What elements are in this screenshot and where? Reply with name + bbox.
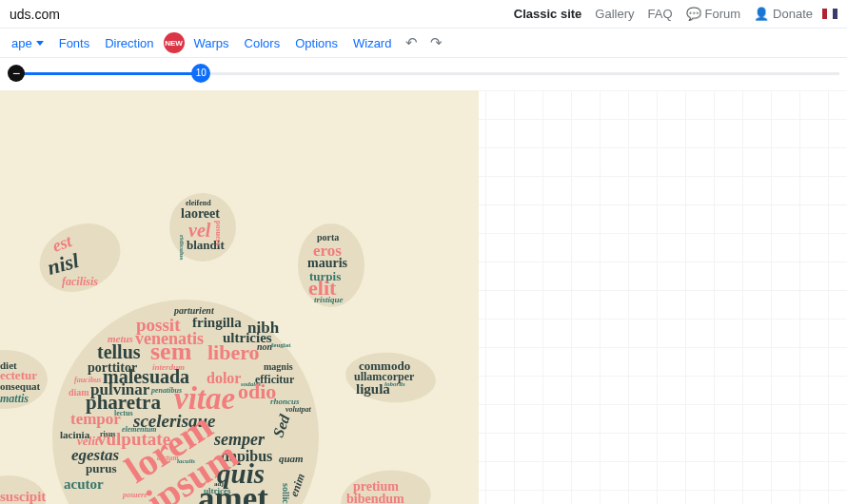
language-flag-icon[interactable] <box>822 9 837 19</box>
redo-icon: ↷ <box>430 34 443 51</box>
site-name: uds.com <box>10 7 60 22</box>
link-gallery[interactable]: Gallery <box>595 7 634 21</box>
wordcloud-word: amet <box>198 482 268 504</box>
menu-warps[interactable]: Warps <box>187 32 237 54</box>
wordcloud-word: fringilla <box>192 316 242 330</box>
slider-fill <box>21 72 201 75</box>
wordcloud-word: facilisis <box>62 276 98 287</box>
topbar: uds.com Classic site Gallery FAQ 💬Forum … <box>0 0 847 29</box>
redo-button[interactable]: ↷ <box>424 34 448 51</box>
blob-ray-1 <box>29 211 131 305</box>
wordcloud-word: magnis <box>264 362 293 372</box>
wordcloud-word: quam <box>279 454 304 464</box>
undo-icon: ↶ <box>405 34 418 51</box>
wordcloud-word: posuere <box>123 492 148 499</box>
wordcloud-background: eleifendlaoreetvelblanditposuereridiculu… <box>0 90 479 504</box>
wordcloud-word: libero <box>207 342 260 363</box>
wordcloud-word: acutor <box>64 477 104 492</box>
slider-track[interactable]: 10 <box>21 72 839 75</box>
link-forum[interactable]: 💬Forum <box>686 7 741 21</box>
menu-colors[interactable]: Colors <box>237 32 288 54</box>
wordcloud-word: feugiat <box>271 342 291 349</box>
wordcloud-word: mattis <box>0 393 29 404</box>
wordcloud-word: sem <box>150 339 191 364</box>
wordcloud-word: sollicitudin <box>281 483 290 504</box>
menu-options[interactable]: Options <box>287 32 345 54</box>
new-badge-icon: NEW <box>164 32 185 53</box>
menu-direction[interactable]: Direction <box>97 32 161 54</box>
slider-bar: − 10 <box>0 58 847 90</box>
wordcloud-word: vel <box>188 221 210 240</box>
wordcloud-word: volutpat <box>286 406 311 414</box>
wordcloud-word: purus <box>86 462 117 475</box>
link-faq[interactable]: FAQ <box>648 7 673 21</box>
chevron-down-icon <box>36 41 44 46</box>
wordcloud-word: ligula <box>356 382 390 397</box>
link-classic-site[interactable]: Classic site <box>514 7 582 21</box>
wordcloud-word: ridiculus <box>178 235 185 260</box>
wordcloud-word: tristique <box>314 296 344 304</box>
wordcloud-word: laoreet <box>181 207 220 221</box>
canvas-area[interactable]: eleifendlaoreetvelblanditposuereridiculu… <box>0 90 847 504</box>
wordcloud-word: tellus <box>97 342 141 361</box>
wordcloud-word: mauris <box>307 257 347 270</box>
menu-fonts[interactable]: Fonts <box>51 32 98 54</box>
menu-shape[interactable]: ape <box>4 32 51 54</box>
wordcloud-word: tempor <box>70 411 121 427</box>
undo-button[interactable]: ↶ <box>399 34 424 51</box>
donate-icon: 👤 <box>754 7 769 21</box>
link-donate[interactable]: 👤Donate <box>754 7 813 21</box>
slider-minus-button[interactable]: − <box>8 65 25 82</box>
menubar: ape Fonts Direction NEW Warps Colors Opt… <box>0 29 847 58</box>
menu-wizard[interactable]: Wizard <box>345 32 399 54</box>
slider-thumb[interactable]: 10 <box>191 64 210 83</box>
wordcloud-word: onsequat <box>0 381 40 392</box>
wordcloud-word: posuere <box>214 221 222 246</box>
forum-icon: 💬 <box>686 7 701 21</box>
